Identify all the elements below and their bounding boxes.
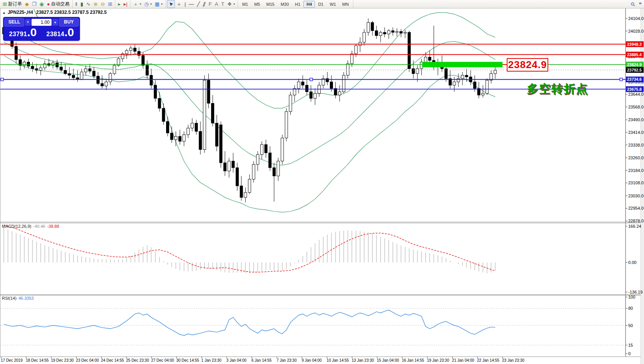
line-chart-button[interactable]: ∿ [85,0,92,8]
highlight-zone[interactable] [422,62,503,67]
line-handle[interactable] [620,78,622,81]
chat-icon[interactable]: ❝ [639,1,642,7]
channel-button[interactable]: ∥ [201,0,207,8]
candle-body [265,145,267,153]
zoom-out-icon: ⊖ [101,2,105,7]
candle-body [52,63,54,65]
candle-body [199,131,202,149]
candle-body [130,48,132,50]
search-icon[interactable]: ⚲ [629,0,637,8]
volume-increase-button[interactable]: ▲ [52,19,58,26]
time-tick-label: 27 Dec 04:00 [151,358,174,362]
trendline-button[interactable]: ╱ [195,0,201,8]
new-chart-icon: ❐ [32,2,37,7]
candle-body [215,123,218,146]
timeframe-M1[interactable]: M1 [239,1,251,8]
sell-button[interactable]: SELL [4,18,24,27]
horizontal-line-button[interactable]: — [187,0,195,8]
candle-body [248,179,251,192]
auto-scroll-button[interactable]: ▸| [122,0,129,8]
line-handle[interactable] [1,78,3,81]
sounds-button[interactable]: ◉ [38,0,45,8]
time-tick-label: 23 Dec 04:00 [76,358,99,362]
price-callout-box[interactable]: 23824.9 [507,58,548,72]
sell-price[interactable]: 23791 .0 [4,27,42,40]
candle-body [56,63,58,67]
vertical-line-button[interactable]: | [183,0,187,8]
price-tick-label: 23030.0 [628,194,644,198]
buy-price[interactable]: 23814 .0 [42,27,79,40]
toolbar-group-timeframes: M1M5M15M30H1H4D1W1MN [238,0,353,8]
price-tick-label: 23568.0 [628,105,644,109]
price-tick-label: 23260.0 [628,155,644,160]
fibonacci-button[interactable]: F [207,0,213,8]
indicators-button[interactable]: ＋▾ [131,0,143,8]
arrows-button[interactable]: ❖▾ [226,0,236,8]
current-price-label: 23792.5 [627,68,642,72]
chart-shift-button[interactable]: ▸ [116,0,122,8]
timeframe-H1[interactable]: H1 [292,1,303,8]
candle-body [330,82,333,88]
turning-point-text[interactable]: 多空转折点 [527,81,588,97]
candle-body [457,78,460,82]
candlestick-button[interactable]: ▮ [79,0,85,8]
profiles-button[interactable]: ◆ [23,0,30,8]
toolbar: ⊞新订单◆❐◉●自动交易‖▮∿⊕⊖⊞▸▸|＋▾◷▾▦▾➤＋|—╱∥FAT❖▾M1… [0,0,644,8]
timeframe-W1[interactable]: W1 [326,1,339,8]
autotrading-button[interactable]: ●自动交易 [45,0,71,8]
candle-body [346,64,349,75]
buy-price-main: 23814 [46,31,64,38]
chart-canvas[interactable]: 24104.024028.023874.023720.023644.023568… [0,0,644,364]
profiles-icon: ◆ [25,2,29,7]
sell-price-frac: .0 [27,27,37,38]
toolbar-group-scroll: ▸▸| [115,0,130,8]
time-tick-label: 21 Jan 04:00 [452,358,474,362]
crosshair-button[interactable]: ＋ [175,0,183,8]
time-tick-label: 17 Dec 2019 [1,358,23,362]
chart-shift-icon: ▸ [118,2,121,7]
zoom-in-button[interactable]: ⊕ [92,0,99,8]
timeframe-H4[interactable]: H4 [303,1,315,8]
candle-body [461,75,464,79]
candle-body [154,85,157,98]
line-chart-icon: ∿ [86,2,90,7]
candle-body [338,92,341,95]
text-label-button[interactable]: T [220,0,226,8]
buy-price-frac: .0 [64,27,74,38]
zoom-out-button[interactable]: ⊖ [99,0,107,8]
candle-body [220,125,222,163]
time-tick-label: 15 Jan 04:00 [377,358,399,362]
periods-button[interactable]: ◷▾ [143,0,153,8]
timeframe-MN[interactable]: MN [339,1,352,8]
candle-body [101,83,103,86]
volume-input[interactable]: 1.00 [32,19,52,26]
text-icon: A [215,2,218,7]
bar-chart-button[interactable]: ‖ [74,0,79,8]
candle-body [162,108,165,121]
rsi-axis-label: 15 [628,343,633,347]
volume-decrease-button[interactable]: ▼ [25,19,31,26]
candle-body [281,138,284,161]
text-button[interactable]: A [213,0,220,8]
new-chart-button[interactable]: ❐ [30,0,38,8]
timeframe-M5[interactable]: M5 [251,1,263,8]
cursor-button[interactable]: ➤ [167,0,175,8]
timeframe-D1[interactable]: D1 [315,1,326,8]
price-line-label: 23824.9 [627,62,642,67]
autotrading-button-label: 自动交易 [51,1,70,7]
templates-button[interactable]: ▦▾ [153,0,164,8]
rsi-line [4,310,495,336]
collapse-panel-icon[interactable]: ▲ [2,11,6,15]
timeframe-M30[interactable]: M30 [278,1,292,8]
timeframe-M15[interactable]: M15 [263,1,277,8]
time-tick-label: 10 Jan 14:55 [327,358,349,362]
tile-windows-button[interactable]: ⊞ [107,0,114,8]
trendline-icon: ╱ [197,2,200,7]
buy-button[interactable]: BUY [59,18,79,27]
candle-body [15,47,17,60]
candle-body [453,82,456,85]
new-order-button[interactable]: ⊞新订单 [1,0,23,8]
candle-body [68,73,71,75]
line-handle[interactable] [310,78,313,81]
candle-body [379,32,382,36]
